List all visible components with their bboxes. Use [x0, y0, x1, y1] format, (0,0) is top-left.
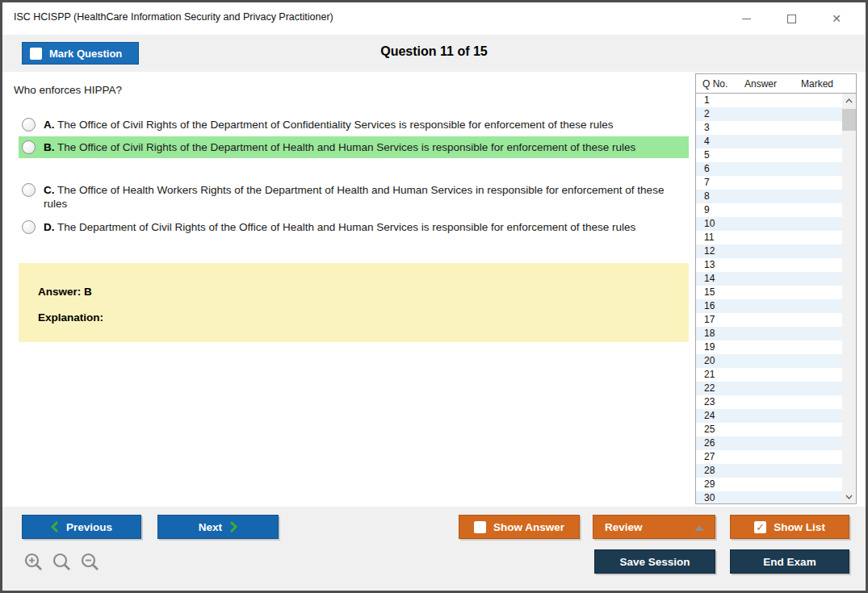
question-number: 7	[704, 177, 710, 188]
question-list-row[interactable]: 15	[696, 286, 842, 299]
option-c-letter: C.	[44, 184, 55, 196]
minimize-button[interactable]	[723, 4, 769, 33]
question-list-row[interactable]: 19	[696, 340, 842, 354]
option-d-text: D. The Department of Civil Rights of the…	[44, 220, 635, 234]
question-list-row[interactable]: 29	[696, 478, 842, 491]
question-number: 24	[704, 410, 715, 421]
radio-icon[interactable]	[22, 183, 36, 197]
question-list-row[interactable]: 27	[696, 450, 842, 464]
question-list-row[interactable]: 24	[696, 409, 842, 423]
scroll-down-button[interactable]	[842, 490, 856, 503]
close-icon: ✕	[832, 13, 841, 24]
chevron-down-icon	[845, 495, 853, 499]
explanation-label: Explanation:	[38, 311, 103, 324]
question-list-row[interactable]: 30	[696, 491, 842, 503]
question-number: 30	[704, 492, 715, 503]
mark-question-label: Mark Question	[49, 48, 122, 60]
question-number: 16	[704, 300, 715, 311]
question-list-row[interactable]: 3	[696, 121, 842, 135]
zoom-toolbar	[23, 552, 101, 573]
question-list-row[interactable]: 22	[696, 382, 842, 395]
list-scrollbar[interactable]	[842, 94, 856, 503]
option-a[interactable]: A. The Office of Civil Rights of the Dep…	[19, 114, 689, 136]
question-list-row[interactable]: 16	[696, 299, 842, 313]
option-d-body: The Department of Civil Rights of the Of…	[57, 221, 635, 233]
question-list-row[interactable]: 26	[696, 436, 842, 450]
question-number: 6	[704, 163, 710, 174]
question-list-row[interactable]: 5	[696, 148, 842, 162]
question-list-row[interactable]: 20	[696, 354, 842, 368]
option-b-body: The Office of Civil Rights of the Depart…	[57, 141, 635, 153]
question-number: 3	[704, 122, 710, 133]
close-button[interactable]: ✕	[814, 4, 859, 33]
question-number: 19	[704, 341, 715, 353]
question-number: 29	[704, 478, 715, 490]
column-header-marked: Marked	[801, 78, 856, 90]
question-number: 13	[704, 259, 715, 270]
mark-question-button[interactable]: Mark Question	[22, 42, 139, 65]
show-answer-checkbox[interactable]	[474, 521, 486, 533]
previous-label: Previous	[66, 521, 112, 533]
question-number: 18	[704, 328, 715, 339]
question-list-row[interactable]: 14	[696, 272, 842, 286]
question-number: 26	[704, 437, 715, 449]
question-number: 4	[704, 136, 710, 147]
previous-button[interactable]: Previous	[22, 515, 141, 539]
zoom-in-icon[interactable]	[23, 552, 44, 573]
mark-question-checkbox[interactable]	[30, 48, 42, 60]
question-number: 27	[704, 451, 715, 462]
app-window: ISC HCISPP (HealthCare Information Secur…	[0, 0, 868, 593]
question-list-row[interactable]: 10	[696, 217, 842, 231]
show-answer-button[interactable]: Show Answer	[459, 515, 580, 539]
option-c-text: C. The Office of Health Workers Rights o…	[44, 183, 672, 211]
question-list-row[interactable]: 8	[696, 190, 842, 203]
show-answer-label: Show Answer	[493, 521, 564, 533]
question-list-row[interactable]: 9	[696, 203, 842, 217]
zoom-out-icon[interactable]	[80, 552, 101, 573]
question-list-row[interactable]: 12	[696, 244, 842, 258]
answer-panel: Answer: B Explanation:	[19, 263, 689, 342]
window-controls: ✕	[723, 2, 859, 35]
question-list-header: Q No. Answer Marked	[696, 74, 856, 94]
end-exam-button[interactable]: End Exam	[730, 549, 849, 574]
question-number: 14	[704, 273, 715, 284]
option-c[interactable]: C. The Office of Health Workers Rights o…	[19, 179, 689, 215]
question-list-row[interactable]: 7	[696, 176, 842, 190]
question-list-body: 1 2 3 4 5 6 7 8 9 10	[696, 94, 856, 503]
question-list-row[interactable]: 11	[696, 231, 842, 244]
question-list-row[interactable]: 18	[696, 327, 842, 340]
scroll-up-button[interactable]	[842, 94, 856, 107]
question-list-row[interactable]: 13	[696, 258, 842, 272]
question-number: 23	[704, 396, 715, 407]
show-list-button[interactable]: ✓ Show List	[730, 515, 849, 539]
question-list-row[interactable]: 23	[696, 395, 842, 409]
scrollbar-thumb[interactable]	[842, 109, 856, 131]
question-list-row[interactable]: 6	[696, 162, 842, 176]
question-list-row[interactable]: 17	[696, 313, 842, 327]
question-number: 22	[704, 382, 715, 394]
review-button[interactable]: Review	[593, 515, 715, 539]
question-number: 21	[704, 369, 715, 380]
option-d-letter: D.	[44, 221, 55, 233]
radio-icon[interactable]	[22, 220, 36, 234]
question-list-row[interactable]: 21	[696, 368, 842, 382]
question-list-row[interactable]: 1	[696, 94, 842, 107]
option-b[interactable]: B. The Office of Civil Rights of the Dep…	[19, 136, 689, 158]
next-button[interactable]: Next	[157, 515, 279, 539]
radio-icon[interactable]	[22, 140, 36, 154]
maximize-button[interactable]	[769, 4, 814, 33]
window-title: ISC HCISPP (HealthCare Information Secur…	[14, 11, 333, 23]
zoom-reset-icon[interactable]	[52, 552, 73, 573]
radio-icon[interactable]	[22, 118, 36, 132]
show-list-checkbox[interactable]: ✓	[754, 521, 766, 533]
option-c-body: The Office of Health Workers Rights of t…	[44, 184, 664, 210]
question-number: 12	[704, 245, 715, 257]
question-list-row[interactable]: 2	[696, 107, 842, 121]
question-list-row[interactable]: 25	[696, 423, 842, 436]
question-list-row[interactable]: 28	[696, 464, 842, 478]
option-d[interactable]: D. The Department of Civil Rights of the…	[19, 216, 689, 238]
minimize-icon	[742, 19, 751, 19]
save-session-button[interactable]: Save Session	[594, 549, 715, 574]
question-list-row[interactable]: 4	[696, 135, 842, 148]
question-number: 11	[704, 232, 714, 243]
